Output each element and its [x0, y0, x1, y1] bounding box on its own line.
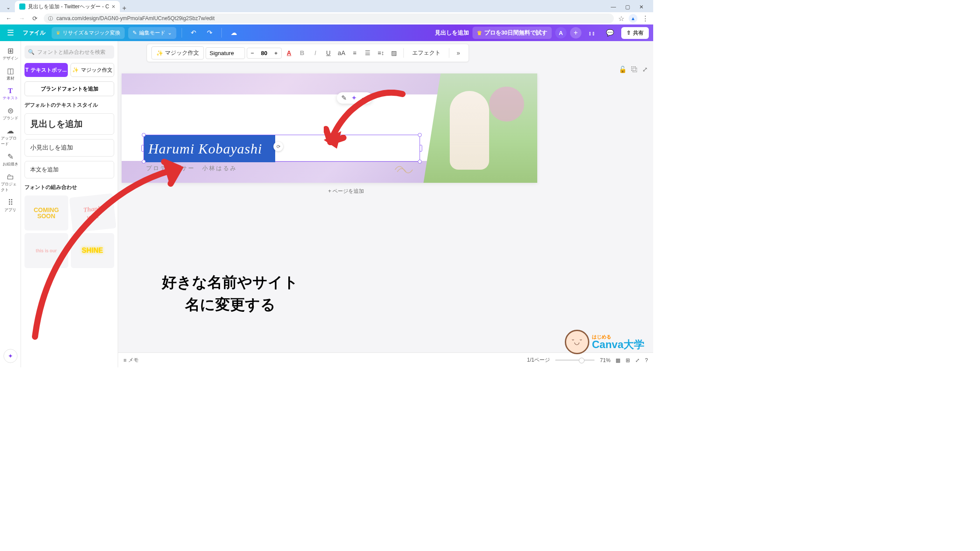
resize-handle[interactable] [142, 133, 146, 137]
font-size-value[interactable]: 80 [258, 48, 271, 58]
magic-write-toolbar-button[interactable]: ✨ マジック作文 [151, 46, 204, 59]
zoom-slider[interactable] [555, 359, 595, 361]
redo-button[interactable]: ↷ [203, 29, 216, 37]
help-icon[interactable]: ? [645, 357, 648, 363]
url-input[interactable]: ⓘ canva.com/design/DAGN0-ymPmo/aFAmlUCne… [44, 14, 614, 23]
browser-chrome: ⌄ 見出しを追加 - Twitterヘッダー - C × + — ▢ ✕ ← →… [0, 0, 653, 24]
rail-text[interactable]: Tテキスト [1, 85, 20, 104]
subtitle-text[interactable]: プロデューサー 小林はるみ [146, 164, 237, 172]
text-color-button[interactable]: A [284, 49, 295, 56]
page-indicator[interactable]: 1/1ページ [527, 356, 550, 364]
resize-handle[interactable] [420, 145, 422, 152]
minimize-icon[interactable]: — [607, 2, 620, 12]
align-button[interactable]: ≡ [349, 49, 360, 56]
file-menu[interactable]: ファイル [20, 29, 48, 37]
font-combo-card[interactable]: Thank you! [69, 193, 116, 233]
resize-handle[interactable] [418, 133, 422, 137]
wand-icon: ✨ [156, 50, 163, 56]
rail-upload[interactable]: ☁アップロード [1, 125, 20, 150]
font-combo-card[interactable]: COMING SOON [24, 195, 68, 230]
analytics-icon[interactable]: ⫾⫾ [585, 29, 599, 37]
grid-view-icon[interactable]: ▦ [616, 357, 620, 363]
expand-icon[interactable]: ⤢ [642, 66, 648, 73]
document-title[interactable]: 見出しを追加 [435, 29, 469, 37]
notes-button[interactable]: ≡ メモ [123, 356, 139, 364]
magic-write-button[interactable]: ✨ マジック作文 [70, 63, 115, 77]
text-icon: T [25, 67, 28, 73]
more-icon[interactable]: ⋯ [361, 94, 368, 102]
back-button[interactable]: ← [4, 15, 13, 22]
apps-icon: ⠿ [8, 199, 13, 206]
text-case-button[interactable]: aA [336, 49, 347, 56]
thumbnail-view-icon[interactable]: ⊞ [626, 357, 630, 363]
increase-size-button[interactable]: + [271, 48, 281, 58]
resize-handle[interactable] [141, 145, 144, 152]
transparency-button[interactable]: ▨ [388, 49, 400, 56]
bold-button[interactable]: B [297, 49, 308, 56]
spacing-button[interactable]: ≡↕ [375, 49, 387, 56]
more-options-button[interactable]: » [453, 49, 464, 56]
effects-button[interactable]: エフェクト [407, 46, 445, 59]
canvas-area: ✨ マジック作文 Signature − 80 + A B I U aA ≡ ☰… [118, 41, 653, 367]
crown-icon: ♛ [56, 30, 60, 36]
add-member-button[interactable]: + [570, 27, 581, 38]
add-page-button[interactable]: + ページを追加 [328, 188, 364, 195]
forward-button[interactable]: → [18, 15, 26, 22]
maximize-icon[interactable]: ▢ [621, 2, 634, 12]
rail-draw[interactable]: ✎お絵描き [1, 150, 20, 170]
workspace[interactable]: 🔓 ⿻ ⤢ Harumi Kobayashi [118, 41, 653, 367]
share-button[interactable]: ⇧ 共有 [621, 27, 649, 39]
rail-brand[interactable]: ⊜ブランド [1, 105, 20, 124]
font-search-input[interactable]: 🔍 フォントと組み合わせを検索 [24, 45, 114, 59]
underline-button[interactable]: U [323, 49, 334, 56]
subheading-style-card[interactable]: 小見出しを追加 [24, 139, 114, 157]
close-window-icon[interactable]: ✕ [635, 2, 648, 12]
user-avatar[interactable]: A [555, 27, 567, 38]
fullscreen-icon[interactable]: ⤢ [635, 357, 640, 363]
browser-menu-icon[interactable]: ⋮ [642, 14, 649, 23]
magic-sparkle-button[interactable]: ✦ [4, 349, 18, 363]
bookmark-icon[interactable]: ☆ [618, 14, 624, 23]
add-brand-fonts-button[interactable]: ブランドフォントを追加 [24, 81, 114, 96]
rail-projects[interactable]: 🗀プロジェクト [1, 171, 20, 195]
rotate-handle[interactable]: ⟳ [273, 142, 283, 151]
design-page[interactable]: Harumi Kobayashi プロデューサー 小林はるみ [122, 73, 537, 183]
draw-icon: ✎ [7, 153, 14, 160]
zoom-percent[interactable]: 71% [600, 357, 610, 363]
resize-magic-button[interactable]: ♛ リサイズ＆マジック変換 [52, 27, 125, 39]
background-photo [424, 73, 537, 183]
browser-tab[interactable]: 見出しを追加 - Twitterヘッダー - C × [15, 1, 120, 12]
add-textbox-button[interactable]: T テキストボッ... [24, 63, 68, 77]
close-tab-icon[interactable]: × [112, 3, 115, 10]
magic-icon[interactable]: ✦ [351, 94, 357, 102]
duplicate-page-icon[interactable]: ⿻ [631, 66, 638, 73]
profile-avatar[interactable]: ▲ [629, 14, 637, 23]
body-style-card[interactable]: 本文を追加 [24, 161, 114, 178]
rail-design[interactable]: ⊞デザイン [1, 45, 20, 64]
italic-button[interactable]: I [310, 49, 321, 56]
new-tab-button[interactable]: + [122, 4, 126, 12]
rail-apps[interactable]: ⠿アプリ [1, 196, 20, 216]
font-selector[interactable]: Signature [206, 47, 245, 59]
rail-elements[interactable]: ◫素材 [1, 65, 20, 84]
pro-trial-button[interactable]: ♛ プロを30日間無料で試す [472, 27, 552, 39]
resize-handle[interactable] [142, 160, 146, 164]
font-combo-card[interactable]: this is our [24, 233, 68, 268]
undo-button[interactable]: ↶ [187, 29, 200, 37]
decrease-size-button[interactable]: − [247, 48, 258, 58]
signature-text[interactable]: Harumi Kobayashi [148, 141, 262, 157]
heading-style-card[interactable]: 見出しを追加 [24, 113, 114, 135]
site-info-icon[interactable]: ⓘ [48, 15, 53, 22]
lock-icon[interactable]: 🔓 [619, 66, 627, 73]
list-button[interactable]: ☰ [362, 49, 374, 56]
comment-icon[interactable]: ✎ [341, 94, 347, 102]
hamburger-menu-icon[interactable]: ☰ [4, 28, 17, 38]
comment-icon[interactable]: 💬 [602, 29, 618, 37]
resize-handle[interactable] [418, 160, 422, 164]
tab-dropdown[interactable]: ⌄ [4, 3, 13, 12]
edit-mode-button[interactable]: ✎ 編集モード ⌄ [128, 27, 176, 39]
cloud-sync-icon[interactable]: ☁ [227, 29, 241, 37]
reload-button[interactable]: ⟳ [31, 15, 39, 22]
font-combo-card[interactable]: SHINE [71, 233, 115, 268]
brand-icon: ⊜ [7, 107, 14, 115]
